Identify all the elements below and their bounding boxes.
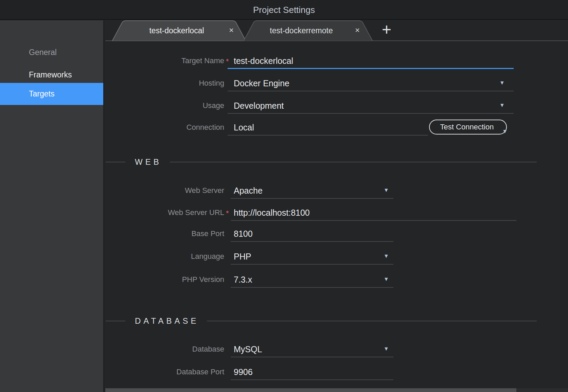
chevron-down-icon[interactable]: ▼ [384,187,389,193]
language-row: Language PHP ▼ [104,248,568,265]
tab-label: test-dockerlocal [149,20,204,41]
chevron-down-icon[interactable]: ▼ [502,125,508,138]
required-asterisk: * [226,53,229,70]
field-underline [228,135,428,136]
test-connection-button[interactable]: Test Connection ▼ [429,120,507,135]
usage-row: Usage Development ▼ [104,97,568,114]
chevron-down-icon[interactable]: ▼ [499,102,505,108]
sidebar-item-general[interactable]: General [0,41,103,64]
language-dropdown[interactable]: PHP [234,248,251,265]
section-rule-left [106,321,125,321]
tab-label: test-dockerremote [270,20,333,41]
section-rule-right [170,162,537,162]
hosting-label: Hosting [104,75,224,91]
tab-test-dockerremote[interactable]: test-dockerremote × [243,20,373,41]
sidebar: General Frameworks Targets [0,20,104,392]
field-underline [231,198,393,199]
horizontal-scrollbar-thumb[interactable] [105,388,516,392]
field-underline [228,113,514,114]
base-port-input[interactable] [234,226,380,242]
chevron-down-icon[interactable]: ▼ [499,80,505,86]
chevron-down-icon[interactable]: ▼ [384,253,389,259]
php-version-dropdown[interactable]: 7.3.x [234,271,252,288]
database-port-input[interactable] [234,364,380,380]
web-server-label: Web Server [104,182,224,199]
hosting-dropdown[interactable]: Docker Engine [234,75,289,91]
field-underline [231,287,393,288]
focused-underline [228,68,514,69]
hosting-row: Hosting Docker Engine ▼ [104,75,568,91]
horizontal-scrollbar-track[interactable] [105,388,568,392]
tab-test-dockerlocal[interactable]: test-dockerlocal × [111,20,247,41]
database-dropdown[interactable]: MySQL [234,341,262,357]
database-row: Database MySQL ▼ [104,341,568,357]
language-label: Language [104,248,224,265]
usage-dropdown[interactable]: Development [234,97,284,114]
chevron-down-icon[interactable]: ▼ [384,276,389,282]
web-section-title: WEB [135,157,162,167]
connection-label: Connection [104,119,224,136]
required-asterisk: * [226,205,229,221]
database-section-header: DATABASE [104,316,568,326]
php-version-label: PHP Version [104,271,224,288]
connection-row: Connection Test Connection ▼ [104,119,568,136]
section-rule-right [207,321,537,321]
chevron-down-icon[interactable]: ▼ [384,346,389,352]
database-section-title: DATABASE [135,316,199,326]
tab-close-icon[interactable]: × [352,20,362,41]
field-underline [231,220,516,221]
field-underline [231,264,393,265]
target-name-row: Target Name * [104,53,568,69]
field-underline [231,379,393,380]
title-bar: Project Settings [0,0,568,20]
connection-input[interactable] [234,119,380,136]
web-server-row: Web Server Apache ▼ [104,182,568,199]
target-name-input[interactable] [234,53,499,69]
web-server-url-row: Web Server URL * [104,204,568,221]
tab-close-icon[interactable]: × [226,20,236,41]
web-server-url-label: Web Server URL [104,204,224,221]
base-port-row: Base Port [104,226,568,242]
php-version-row: PHP Version 7.3.x ▼ [104,271,568,288]
database-port-label: Database Port [104,364,224,380]
field-underline [231,241,393,242]
usage-label: Usage [104,97,224,114]
database-port-row: Database Port [104,364,568,380]
web-section-header: WEB [104,157,568,167]
section-rule-left [106,162,125,162]
test-connection-label: Test Connection [440,120,496,134]
field-underline [228,91,514,91]
web-server-url-input[interactable] [234,204,499,221]
add-target-tab-button[interactable]: + [376,20,397,40]
sidebar-item-targets[interactable]: Targets [0,83,103,105]
web-server-dropdown[interactable]: Apache [234,182,263,199]
database-label: Database [104,341,224,357]
window-title: Project Settings [0,0,568,20]
base-port-label: Base Port [104,226,224,242]
project-settings-window: Project Settings General Frameworks Targ… [0,0,568,392]
target-name-label: Target Name [104,53,224,69]
field-underline [231,357,393,357]
